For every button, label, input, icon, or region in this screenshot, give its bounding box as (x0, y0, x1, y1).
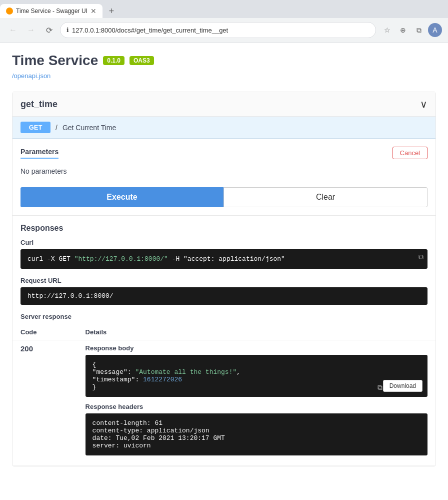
curl-url-text: "http://127.0.0.1:8000/" (74, 255, 168, 263)
request-url-label: Request URL (20, 277, 428, 284)
response-copy-icon[interactable]: ⧉ (378, 384, 382, 392)
response-body-val2: 1612272026 (143, 376, 182, 383)
code-header: Code (12, 324, 78, 340)
service-title-row: Time Service 0.1.0 OAS3 (12, 53, 436, 69)
no-params-text: No parameters (20, 163, 428, 179)
endpoint-description: Get Current Time (62, 124, 116, 132)
curl-section: Curl curl -X GET "http://127.0.0.1:8000/… (12, 239, 436, 277)
response-code: 200 (20, 344, 33, 353)
curl-copy-icon[interactable]: ⧉ (418, 253, 424, 261)
profile-icon[interactable]: A (428, 23, 442, 37)
response-body-label: Response body (86, 344, 428, 352)
response-body-block: { "message": "Automate all the things!",… (86, 355, 428, 397)
response-body-line1: { (92, 361, 96, 368)
curl-command-text: curl -X GET (28, 255, 74, 263)
response-table: Code Details 200 Response body { (12, 324, 436, 466)
section-header[interactable]: get_time ∨ (12, 92, 436, 117)
lock-icon: ℹ (66, 27, 69, 34)
response-body-key2: "timestamp": (92, 376, 143, 383)
address-bar: ← → ⟳ ℹ 127.0.0.1:8000/docs#/get_time/ge… (0, 18, 448, 42)
response-detail: Response body { "message": "Automate all… (86, 344, 428, 461)
curl-label: Curl (20, 239, 428, 246)
tab-title: Time Service - Swagger UI (16, 8, 88, 15)
response-body-key1: "message": (92, 368, 136, 376)
download-button[interactable]: Download (383, 380, 422, 392)
request-url-block: http://127.0.0.1:8000/ (20, 287, 428, 305)
table-row: 200 Response body { "message": "Automate… (12, 340, 436, 466)
action-buttons: Execute Clear (20, 187, 428, 207)
response-body-val1: "Automate all the things!" (135, 368, 236, 376)
section-chevron-icon: ∨ (420, 98, 428, 110)
response-body-line3: } (92, 383, 96, 391)
get-time-section: get_time ∨ GET / Get Current Time Parame… (12, 92, 436, 466)
clear-button[interactable]: Clear (224, 187, 428, 207)
method-badge: GET (20, 122, 50, 133)
endpoint-slash: / (56, 124, 58, 132)
cancel-button[interactable]: Cancel (392, 147, 428, 159)
header-line1: content-length: 61 (92, 419, 162, 427)
tab-favicon (6, 8, 13, 15)
service-name: Time Service (12, 53, 98, 69)
browser-tab[interactable]: Time Service - Swagger UI ✕ (0, 4, 102, 18)
tab-close-icon[interactable]: ✕ (90, 7, 96, 15)
back-button[interactable]: ← (6, 23, 20, 37)
openapi-link[interactable]: /openapi.json (12, 72, 50, 80)
url-box[interactable]: ℹ 127.0.0.1:8000/docs#/get_time/get_curr… (60, 22, 376, 38)
response-body-comma1: , (236, 368, 240, 376)
responses-title: Responses (12, 216, 436, 239)
parameters-body: Parameters Cancel No parameters Execute … (12, 139, 436, 215)
forward-button[interactable]: → (24, 23, 38, 37)
header-line4: server: uvicorn (92, 442, 151, 449)
request-url-text: http://127.0.0.1:8000/ (28, 292, 114, 300)
browser-icon[interactable]: ⊕ (396, 23, 410, 37)
header-line3: date: Tue,02 Feb 2021 13:20:17 GMT (92, 434, 225, 442)
page-content: Time Service 0.1.0 OAS3 /openapi.json ge… (0, 43, 448, 476)
server-response-label: Server response (12, 313, 436, 324)
bookmark-icon[interactable]: ☆ (380, 23, 394, 37)
curl-code-block: curl -X GET "http://127.0.0.1:8000/" -H … (20, 249, 428, 269)
version-badge: 0.1.0 (103, 56, 124, 65)
url-text: 127.0.0.1:8000/docs#/get_time/get_curren… (72, 27, 370, 34)
details-header: Details (78, 324, 436, 340)
execute-button[interactable]: Execute (20, 187, 224, 207)
response-headers-block: content-length: 61 content-type: applica… (86, 413, 428, 455)
oas-badge: OAS3 (130, 56, 154, 65)
extensions-icon[interactable]: ⧉ (412, 23, 426, 37)
reload-button[interactable]: ⟳ (42, 23, 56, 37)
parameters-header: Parameters Cancel (20, 147, 428, 159)
new-tab-button[interactable]: + (104, 4, 118, 18)
parameters-title: Parameters (20, 148, 58, 159)
header-line2: content-type: application/json (92, 427, 210, 434)
curl-flags-text: -H "accept: application/json" (168, 255, 285, 263)
response-headers-label: Response headers (86, 403, 428, 410)
request-url-section: Request URL http://127.0.0.1:8000/ (12, 277, 436, 313)
responses-section: Responses Curl curl -X GET "http://127.0… (12, 215, 436, 466)
section-title: get_time (20, 99, 58, 110)
endpoint-row[interactable]: GET / Get Current Time (12, 117, 436, 139)
